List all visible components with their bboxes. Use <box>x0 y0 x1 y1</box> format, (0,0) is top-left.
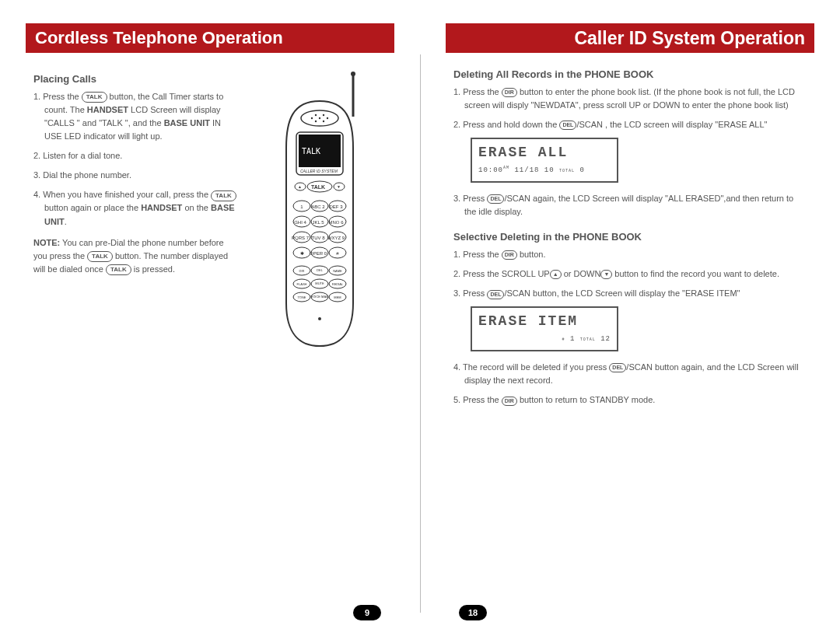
dir-button-icon: DIR <box>502 88 517 97</box>
svg-text:DEL: DEL <box>317 268 324 272</box>
svg-text:VOICE MAIL: VOICE MAIL <box>310 295 329 299</box>
svg-text:WXYZ 9: WXYZ 9 <box>327 236 345 240</box>
svg-text:MUTE: MUTE <box>315 281 324 285</box>
sec1-step1: 1. Press the DIR button to enter the pho… <box>453 86 807 112</box>
sec2-step4: 4. The record will be deleted if you pre… <box>453 361 807 387</box>
del-button-icon: DEL <box>487 290 504 299</box>
sec2-step3: 3. Press DEL/SCAN button, the LCD Screen… <box>453 287 807 300</box>
lcd2-line1: ERASE ITEM <box>478 311 611 333</box>
left-page: Cordless Telephone Operation Placing Cal… <box>0 0 420 636</box>
talk-button-icon: TALK <box>87 251 113 262</box>
del-button-icon: DEL <box>487 194 504 204</box>
note: NOTE: You can pre-Dial the phone number … <box>33 236 238 276</box>
step-4: 4. When you have finished your call, pre… <box>33 188 238 228</box>
svg-text:TONE: TONE <box>297 295 306 299</box>
sec2-step1: 1. Press the DIR button. <box>453 248 807 261</box>
svg-point-4 <box>318 117 320 119</box>
svg-text:OPER 0: OPER 0 <box>310 251 327 256</box>
placing-calls-heading: Placing Calls <box>33 72 238 87</box>
step-1: 1. Press the TALK button, the Call Timer… <box>33 90 238 143</box>
sec2-step5: 5. Press the DIR button to return to STA… <box>453 393 807 407</box>
dir-button-icon: DIR <box>502 250 517 260</box>
svg-text:▲: ▲ <box>298 184 302 189</box>
svg-point-9 <box>322 121 324 122</box>
sec1-heading: Deleting All Records in the PHONE BOOK <box>453 67 807 82</box>
svg-text:ABC 2: ABC 2 <box>311 204 325 209</box>
handset-illustration: TALK CALLER ID SYSTEM TALK ▲ ▼ <box>269 70 370 350</box>
page-divider <box>420 54 421 613</box>
svg-text:DEF 3: DEF 3 <box>329 204 343 209</box>
del-button-icon: DEL <box>609 363 626 372</box>
step-2: 2. Listen for a dial tone. <box>33 149 238 162</box>
svg-point-8 <box>314 121 316 122</box>
talk-button-icon: TALK <box>106 264 131 275</box>
lcd-erase-item: ERASE ITEM # 1 TOTAL 12 <box>471 306 618 351</box>
svg-point-1 <box>351 72 355 76</box>
svg-text:▼: ▼ <box>337 184 341 189</box>
scroll-up-icon: ▲ <box>550 270 562 279</box>
svg-text:MEM: MEM <box>334 295 341 299</box>
sec1-step2: 2. Press and hold down the DEL/SCAN , th… <box>453 118 807 131</box>
svg-text:TUV 8: TUV 8 <box>311 236 325 240</box>
svg-text:NAME: NAME <box>333 269 342 273</box>
sec2-heading: Selective Deleting in the PHONE BOOK <box>453 229 807 245</box>
svg-point-62 <box>318 317 321 320</box>
talk-button-icon: TALK <box>82 92 107 103</box>
sec1-step3: 3. Press DEL/SCAN again, the LCD Screen … <box>453 192 807 218</box>
lcd1-line1: ERASE ALL <box>478 142 611 164</box>
svg-text:REDIAL: REDIAL <box>331 282 343 286</box>
right-page: Caller ID System Operation Deleting All … <box>420 0 840 636</box>
step-3: 3. Dial the phone number. <box>33 169 238 182</box>
del-button-icon: DEL <box>559 121 576 130</box>
svg-text:TALK: TALK <box>311 184 325 190</box>
svg-text:MNO 6: MNO 6 <box>328 220 344 225</box>
svg-point-5 <box>326 117 327 119</box>
svg-text:✱: ✱ <box>299 251 303 256</box>
right-header-text: Caller ID System Operation <box>574 28 805 49</box>
right-header: Caller ID System Operation <box>446 23 814 53</box>
page-number-right: 18 <box>459 605 487 620</box>
left-header-text: Cordless Telephone Operation <box>35 28 283 48</box>
lcd-erase-all: ERASE ALL 10:00AM 11/18 10 TOTAL 0 <box>471 138 618 183</box>
svg-point-7 <box>322 114 324 116</box>
lcd1-line2: 10:00AM 11/18 10 TOTAL 0 <box>478 166 611 176</box>
svg-text:CALLER ID SYSTEM: CALLER ID SYSTEM <box>300 169 338 173</box>
sec2-step2: 2. Press the SCROLL UP▲ or DOWN▼ button … <box>453 267 807 281</box>
svg-text:TALK: TALK <box>302 147 320 156</box>
page-number-left: 9 <box>353 605 381 620</box>
svg-point-3 <box>310 117 312 119</box>
svg-text:GHI 4: GHI 4 <box>294 220 306 225</box>
scroll-down-icon: ▼ <box>600 270 612 279</box>
svg-point-6 <box>314 114 316 116</box>
svg-text:PQRS 7: PQRS 7 <box>292 236 310 240</box>
left-header: Cordless Telephone Operation <box>26 23 394 53</box>
svg-text:DIR: DIR <box>299 269 304 273</box>
lcd2-line2: # 1 TOTAL 12 <box>478 334 611 345</box>
svg-text:FLASH: FLASH <box>296 282 306 286</box>
dir-button-icon: DIR <box>502 397 517 406</box>
svg-text:JKL 5: JKL 5 <box>312 220 324 225</box>
talk-button-icon: TALK <box>211 190 236 201</box>
